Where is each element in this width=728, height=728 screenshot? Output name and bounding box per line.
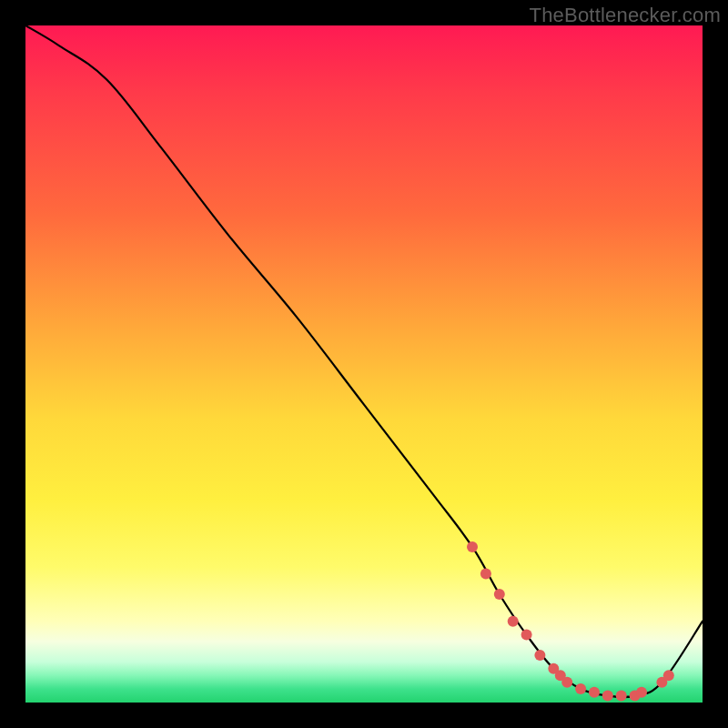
chart-svg [25,25,703,703]
watermark-label: TheBottlenecker.com [530,4,721,27]
curve-markers [467,541,674,702]
data-point-marker [575,683,586,694]
data-point-marker [589,687,600,698]
chart-frame: TheBottlenecker.com [0,0,728,728]
data-point-marker [602,691,613,702]
data-point-marker [636,687,647,698]
data-point-marker [480,569,491,580]
data-point-marker [508,616,519,627]
bottleneck-curve [25,25,703,697]
data-point-marker [616,691,627,702]
data-point-marker [663,670,674,681]
plot-area [25,25,703,703]
data-point-marker [494,589,505,600]
data-point-marker [534,650,545,661]
data-point-marker [521,630,532,641]
data-point-marker [561,677,572,688]
data-point-marker [467,541,478,552]
